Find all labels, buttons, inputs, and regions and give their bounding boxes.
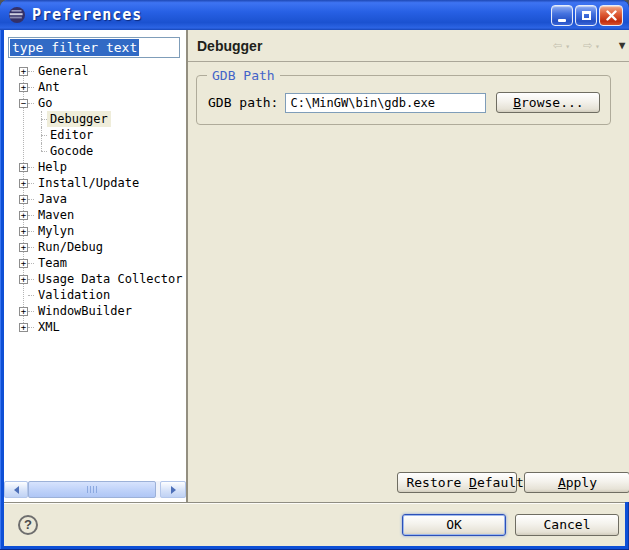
tree-item-label: Debugger bbox=[47, 111, 111, 127]
scroll-left-icon bbox=[10, 486, 19, 494]
forward-icon[interactable]: ⇨ bbox=[583, 38, 592, 53]
tree-item-general[interactable]: + General bbox=[4, 63, 186, 79]
tree-expander-icon[interactable]: + bbox=[19, 83, 28, 92]
tree-item-label: Install/Update bbox=[35, 175, 142, 191]
scroll-right-icon bbox=[171, 486, 180, 494]
tree-item-label: Go bbox=[35, 95, 55, 111]
maximize-button[interactable] bbox=[575, 5, 597, 26]
tree-item-label: Usage Data Collector bbox=[35, 271, 186, 287]
tree-item-go[interactable]: − Go bbox=[4, 95, 186, 111]
group-title: GDB Path bbox=[207, 68, 280, 83]
tree-item-run-debug[interactable]: + Run/Debug bbox=[4, 239, 186, 255]
apply-button[interactable]: Apply bbox=[524, 472, 629, 493]
tree-item-windowbuilder[interactable]: + WindowBuilder bbox=[4, 303, 186, 319]
tree-item-gocode[interactable]: Gocode bbox=[4, 143, 186, 159]
back-icon[interactable]: ⇦ bbox=[553, 38, 562, 53]
close-button[interactable] bbox=[599, 5, 623, 26]
tree-item-usage-data-collector[interactable]: + Usage Data Collector bbox=[4, 271, 186, 287]
preferences-dialog: Preferences type filter text + General bbox=[0, 0, 629, 550]
tree-expander-icon[interactable]: + bbox=[19, 243, 28, 252]
page-header: Debugger ⇦ ▾ ⇨ ▾ ▼ bbox=[188, 30, 629, 62]
tree-item-label: Validation bbox=[35, 287, 113, 303]
tree-item-label: XML bbox=[35, 319, 63, 335]
tree-expander-icon[interactable]: + bbox=[19, 323, 28, 332]
filter-input[interactable]: type filter text bbox=[8, 37, 180, 58]
help-button[interactable]: ? bbox=[18, 515, 38, 535]
tree-item-validation[interactable]: Validation bbox=[4, 287, 186, 303]
gdb-path-group: GDB Path GDB path: Browse... bbox=[196, 75, 611, 125]
tree-item-label: WindowBuilder bbox=[35, 303, 135, 319]
filter-input-text: type filter text bbox=[10, 39, 139, 56]
titlebar[interactable]: Preferences bbox=[0, 0, 629, 30]
back-dropdown-icon[interactable]: ▾ bbox=[565, 42, 570, 51]
tree-item-help[interactable]: + Help bbox=[4, 159, 186, 175]
scroll-thumb[interactable] bbox=[28, 481, 156, 498]
gdb-path-label: GDB path: bbox=[208, 95, 278, 110]
tree-item-label: Mylyn bbox=[35, 223, 77, 239]
tree-expander-icon[interactable]: + bbox=[19, 163, 28, 172]
tree-item-label: Editor bbox=[47, 127, 96, 143]
window-title: Preferences bbox=[32, 6, 551, 24]
tree-item-install-update[interactable]: + Install/Update bbox=[4, 175, 186, 191]
preferences-sidebar: type filter text + General + Ant − Go De… bbox=[4, 30, 186, 502]
tree-expander-icon[interactable]: + bbox=[19, 67, 28, 76]
tree-item-label: Gocode bbox=[47, 143, 96, 159]
tree-expander-icon[interactable]: + bbox=[19, 179, 28, 188]
tree-expander-icon[interactable]: + bbox=[19, 275, 28, 284]
dialog-footer: ? OK Cancel bbox=[4, 502, 625, 546]
tree-item-label: Maven bbox=[35, 207, 77, 223]
tree-item-label: Java bbox=[35, 191, 70, 207]
maximize-icon bbox=[582, 11, 591, 20]
view-menu-icon[interactable]: ▼ bbox=[619, 39, 626, 52]
preferences-tree: + General + Ant − Go Debugger Editor Goc… bbox=[4, 63, 186, 335]
gdb-path-input[interactable] bbox=[285, 93, 486, 113]
restore-defaults-button[interactable]: Restore Defaults bbox=[397, 472, 517, 493]
tree-expander-icon[interactable]: − bbox=[19, 99, 28, 108]
tree-item-maven[interactable]: + Maven bbox=[4, 207, 186, 223]
tree-item-label: Run/Debug bbox=[35, 239, 106, 255]
minimize-button[interactable] bbox=[551, 5, 573, 26]
browse-button[interactable]: Browse... bbox=[496, 92, 600, 113]
tree-item-label: Ant bbox=[35, 79, 63, 95]
tree-item-ant[interactable]: + Ant bbox=[4, 79, 186, 95]
tree-item-editor[interactable]: Editor bbox=[4, 127, 186, 143]
tree-item-team[interactable]: + Team bbox=[4, 255, 186, 271]
scroll-right-button[interactable] bbox=[160, 481, 186, 498]
tree-expander-icon[interactable]: + bbox=[19, 259, 28, 268]
forward-dropdown-icon[interactable]: ▾ bbox=[595, 42, 600, 51]
ok-button[interactable]: OK bbox=[402, 514, 506, 536]
close-icon bbox=[606, 10, 617, 21]
tree-item-debugger[interactable]: Debugger bbox=[4, 111, 186, 127]
tree-item-mylyn[interactable]: + Mylyn bbox=[4, 223, 186, 239]
page-title: Debugger bbox=[197, 38, 553, 54]
minimize-icon bbox=[558, 19, 566, 22]
tree-item-java[interactable]: + Java bbox=[4, 191, 186, 207]
cancel-button[interactable]: Cancel bbox=[515, 514, 619, 536]
tree-item-label: Team bbox=[35, 255, 70, 271]
tree-expander-icon[interactable]: + bbox=[19, 227, 28, 236]
eclipse-logo-icon bbox=[8, 6, 26, 24]
tree-expander-icon[interactable]: + bbox=[19, 195, 28, 204]
tree-item-label: Help bbox=[35, 159, 70, 175]
tree-hscrollbar[interactable] bbox=[4, 481, 186, 498]
tree-item-xml[interactable]: + XML bbox=[4, 319, 186, 335]
tree-item-label: General bbox=[35, 63, 92, 79]
tree-expander-icon[interactable]: + bbox=[19, 307, 28, 316]
preference-page: Debugger ⇦ ▾ ⇨ ▾ ▼ GDB Path GDB path: Br… bbox=[188, 30, 629, 502]
scroll-left-button[interactable] bbox=[4, 481, 28, 498]
tree-expander-icon[interactable]: + bbox=[19, 211, 28, 220]
